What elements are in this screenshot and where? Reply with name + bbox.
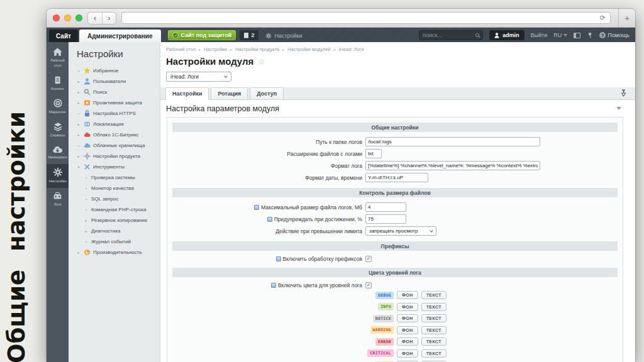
rail-item-marketing[interactable]: Маркетинг (47, 95, 69, 119)
pin-icon[interactable] (587, 32, 593, 38)
help-link[interactable]: ? Помощь (599, 32, 630, 38)
log-path-input[interactable] (365, 137, 540, 146)
sidebar-item-product-settings[interactable]: ▸ Настройки продукта (69, 151, 160, 162)
search-input[interactable] (423, 32, 473, 38)
rail-item-desktop[interactable]: Рабочий стол (47, 44, 69, 72)
rail-item-logs[interactable]: Логи (47, 188, 69, 211)
bg-color-button[interactable]: ФОН (397, 314, 418, 322)
safe-icon (84, 99, 91, 106)
tab-rotation[interactable]: Ротация (211, 87, 248, 99)
logs-icon (52, 191, 63, 200)
page-title: Настройки модуля (166, 56, 253, 67)
hint-icon[interactable] (254, 205, 259, 210)
bg-color-button[interactable]: ФОН (397, 326, 418, 334)
zoom-window-button[interactable] (75, 14, 82, 21)
user-menu-button[interactable]: admin (489, 30, 525, 40)
collapse-chevron-icon[interactable] (616, 107, 621, 110)
sidebar-item-event-log[interactable]: ▪ Журнал событий (69, 236, 160, 247)
sidebar-item-users[interactable]: ▸ Пользователи (69, 76, 160, 87)
close-window-button[interactable] (53, 14, 60, 21)
bg-color-button[interactable]: ФОН (397, 337, 418, 346)
rail-item-services[interactable]: Сервисы (47, 119, 69, 142)
sidebar-item-backup[interactable]: ▸ Резервное копирование (69, 215, 160, 226)
module-select[interactable]: iHead: Логи (166, 72, 231, 82)
search-icon[interactable] (475, 33, 479, 37)
rail-item-content[interactable]: Контент (47, 72, 69, 96)
site-tab[interactable]: Сайт (49, 30, 78, 42)
sidebar-item-search[interactable]: ▸ Поиск (69, 87, 160, 97)
gear-icon (265, 33, 272, 39)
sidebar-item-proactive-protection[interactable]: ▸ Проактивная защита (69, 97, 160, 108)
sidebar-item-diagnostics[interactable]: ▸ Диагностика (69, 226, 160, 236)
reload-icon[interactable]: ⟳ (600, 14, 606, 22)
back-button[interactable]: ‹ (88, 13, 102, 24)
breadcrumb-item[interactable]: iHead: Логи (339, 47, 364, 52)
admin-tab[interactable]: Администрирование (79, 30, 161, 42)
language-select[interactable]: RU (553, 32, 567, 38)
minimize-window-button[interactable] (64, 14, 71, 21)
date-format-input[interactable] (365, 173, 428, 182)
sidebar-item-localization[interactable]: ▸ Локализация (69, 119, 160, 129)
level-color-row: CRITICAL ФОН ТЕКСТ (172, 349, 618, 358)
section-log-colors: Цвета уровней лога (172, 268, 618, 277)
browser-chrome: ‹ › ⟳ + (47, 9, 635, 28)
breadcrumb-item[interactable]: Настройки модулей (287, 47, 331, 52)
sidebar-item-system-check[interactable]: ▪ Проверка системы (69, 172, 160, 183)
tab-settings[interactable]: Настройки (165, 87, 209, 100)
field-row: Максимальный размер файла логов, Мб (172, 202, 618, 212)
sidebar-item-cloud-storage[interactable]: ▪ Облачные хранилища (69, 140, 160, 151)
field-label: Формат лога (331, 163, 362, 169)
breadcrumb-separator-icon: ▸ (199, 47, 201, 52)
text-color-button[interactable]: ТЕКСТ (421, 349, 447, 358)
max-file-size-input[interactable] (365, 202, 406, 212)
bg-color-button[interactable]: ФОН (397, 291, 418, 299)
sidebar-item-favorites[interactable]: ▪ Избранное (69, 65, 160, 76)
hint-icon[interactable] (267, 217, 272, 222)
breadcrumb-item[interactable]: Настройки продукта (235, 47, 279, 52)
bg-color-button[interactable]: ФОН (397, 303, 418, 311)
bg-color-button[interactable]: ФОН (397, 349, 418, 358)
logout-link[interactable]: Выйти (531, 32, 548, 38)
enable-prefixes-checkbox[interactable]: ✓ (365, 256, 372, 262)
text-color-button[interactable]: ТЕКСТ (421, 303, 447, 311)
warn-threshold-input[interactable] (365, 214, 406, 224)
sidebar-item-quality-monitor[interactable]: ▪ Монитор качества (69, 183, 160, 194)
section-general: Общие настройки (172, 123, 618, 132)
sidebar-item-https[interactable]: ▪ Настройка HTTPS (69, 108, 160, 119)
text-color-button[interactable]: ТЕКСТ (421, 337, 447, 346)
chevron-down-icon (564, 34, 567, 36)
address-bar[interactable]: ⟳ (121, 12, 611, 24)
field-row: Формат даты, времени (172, 173, 618, 182)
site-protected-button[interactable]: Сайт под защитой (168, 30, 236, 40)
limit-action-select[interactable]: запрещать просмотр (365, 226, 436, 236)
tab-access[interactable]: Доступ (250, 87, 284, 99)
hint-icon[interactable] (276, 256, 281, 261)
pin-icon[interactable] (621, 89, 626, 97)
log-format-input[interactable] (365, 161, 540, 170)
sidebar-item-sql-query[interactable]: ▪ SQL запрос (69, 194, 160, 204)
tools-icon (84, 163, 91, 170)
breadcrumb-item[interactable]: Рабочий стол (166, 47, 196, 52)
nav-settings-button[interactable]: Настройки (265, 33, 302, 39)
hint-icon[interactable] (271, 283, 276, 288)
text-color-button[interactable]: ТЕКСТ (421, 326, 447, 334)
new-tab-button[interactable]: + (618, 9, 635, 27)
sidebar-item-performance[interactable]: ▸ Производительность (69, 247, 160, 258)
notifications-badge[interactable]: 2 (240, 30, 258, 40)
sidebar-item-tools[interactable]: ▾ Инструменты (69, 162, 160, 172)
cloud-download-icon (52, 145, 63, 153)
enable-colors-checkbox[interactable]: ✓ (365, 282, 372, 288)
rail-item-settings[interactable]: Настройки (47, 164, 69, 188)
favorite-star-icon[interactable]: ☆ (258, 57, 265, 66)
global-search (419, 30, 483, 40)
sidebar-item-php-console[interactable]: ▪ Командная PHP-строка (69, 204, 160, 215)
text-color-button[interactable]: ТЕКСТ (421, 314, 447, 322)
layout-toggle-icon[interactable] (574, 33, 580, 38)
breadcrumb-item[interactable]: Настройки (204, 47, 227, 52)
browser-window: ‹ › ⟳ + Сайт Администрирование Сайт под … (47, 9, 635, 362)
forward-button[interactable]: › (102, 13, 116, 24)
sidebar-item-bitrix-cloud[interactable]: ▸ Облако 1С-Битрикс (69, 129, 160, 140)
text-color-button[interactable]: ТЕКСТ (421, 291, 447, 299)
rail-item-marketplace[interactable]: Marketplace (47, 142, 69, 164)
log-extension-input[interactable] (365, 149, 382, 158)
